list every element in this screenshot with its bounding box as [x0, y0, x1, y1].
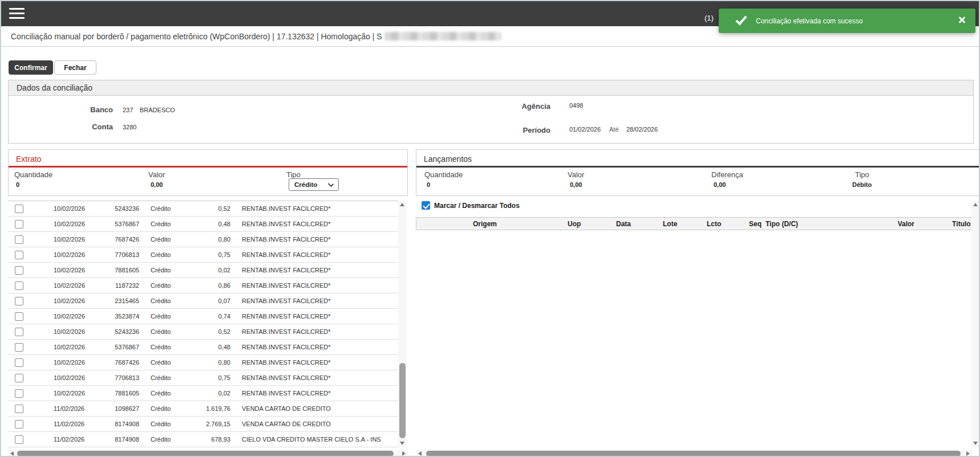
extrato-row-tipo: Crédito — [139, 355, 193, 370]
lanc-quantidade-label: Quantidade — [424, 170, 463, 179]
extrato-row[interactable]: 10/02/2026 5243236 Crédito 0,52 RENTAB.I… — [8, 324, 398, 340]
extrato-row-tipo: Crédito — [139, 401, 193, 417]
extrato-row[interactable]: 10/02/2026 5376867 Crédito 0,48 RENTAB.I… — [8, 217, 398, 232]
extrato-row-desc: RENTAB.INVEST FACILCRED* — [230, 232, 398, 247]
extrato-row-check-cell — [8, 370, 54, 386]
row-checkbox[interactable] — [15, 251, 23, 259]
extrato-row-doc: 5243236 — [102, 324, 139, 340]
close-icon[interactable] — [957, 15, 966, 25]
row-checkbox[interactable] — [15, 358, 23, 367]
extrato-row-check-cell — [8, 340, 54, 355]
app-window: (1) Conciliação efetivada com sucesso Co… — [0, 0, 980, 457]
row-checkbox[interactable] — [15, 205, 23, 213]
extrato-row-valor: 0,52 — [193, 201, 230, 217]
lanc-valor-label: Valor — [568, 170, 584, 179]
scroll-up-icon[interactable] — [973, 203, 978, 206]
extrato-row-desc: RENTAB.INVEST FACILCRED* — [230, 201, 398, 217]
lancamentos-title: Lançamentos — [416, 150, 979, 164]
scroll-right-icon[interactable] — [966, 451, 970, 456]
extrato-row-date: 10/02/2026 — [54, 232, 102, 247]
extrato-row-desc: CIELO VDA CREDITO MASTER CIELO S.A - INS — [230, 432, 398, 447]
row-checkbox[interactable] — [15, 435, 23, 444]
extrato-row[interactable]: 10/02/2026 2315465 Crédito 0,07 RENTAB.I… — [8, 293, 398, 309]
scroll-down-icon[interactable] — [973, 442, 978, 445]
col-uop: Uop — [568, 220, 581, 228]
banco-code: 237 — [123, 107, 133, 113]
banco-name: BRADESCO — [140, 107, 175, 113]
row-checkbox[interactable] — [15, 266, 23, 275]
extrato-row[interactable]: 11/02/2026 8174908 Crédito 2.769,15 VEND… — [8, 417, 398, 432]
toast-message: Conciliação efetivada com sucesso — [756, 17, 862, 25]
scroll-left-icon[interactable] — [10, 451, 14, 456]
extrato-row-valor: 1.619,76 — [193, 401, 230, 417]
extrato-title: Extrato — [9, 150, 407, 164]
extrato-hscroll-thumb[interactable] — [17, 451, 394, 456]
extrato-row-tipo: Crédito — [139, 263, 193, 278]
extrato-row[interactable]: 10/02/2026 7706813 Crédito 0,75 RENTAB.I… — [8, 370, 398, 386]
col-seq: Seq — [749, 220, 762, 228]
extrato-row[interactable]: 10/02/2026 7687426 Crédito 0,80 RENTAB.I… — [8, 355, 398, 370]
agencia-label: Agência — [496, 102, 550, 111]
extrato-row-date: 10/02/2026 — [54, 293, 102, 309]
extrato-row-date: 10/02/2026 — [54, 324, 102, 340]
extrato-row-doc: 5376867 — [102, 217, 139, 232]
extrato-table: 10/02/2026 5243236 Crédito 0,52 RENTAB.I… — [8, 201, 398, 447]
extrato-row[interactable]: 11/02/2026 1098627 Crédito 1.619,76 VEND… — [8, 401, 398, 417]
extrato-row-doc: 7881605 — [102, 263, 139, 278]
row-checkbox[interactable] — [15, 420, 23, 429]
extrato-row-check-cell — [8, 247, 54, 263]
extrato-row-doc: 1098627 — [102, 401, 139, 417]
scroll-up-icon[interactable] — [400, 203, 404, 206]
extrato-horizontal-scrollbar[interactable] — [8, 450, 408, 457]
extrato-row[interactable]: 10/02/2026 7706813 Crédito 0,75 RENTAB.I… — [8, 247, 398, 263]
row-checkbox[interactable] — [15, 328, 23, 336]
extrato-row[interactable]: 10/02/2026 7687426 Crédito 0,80 RENTAB.I… — [8, 232, 398, 247]
scroll-right-icon[interactable] — [402, 451, 406, 456]
extrato-vertical-scrollbar[interactable] — [398, 201, 407, 447]
extrato-row-desc: RENTAB.INVEST FACILCRED* — [230, 293, 398, 309]
row-checkbox[interactable] — [15, 343, 23, 352]
row-checkbox[interactable] — [15, 235, 23, 244]
periodo-ate-label: Até — [609, 126, 619, 133]
lancamentos-hscroll-thumb[interactable] — [426, 451, 961, 456]
extrato-row[interactable]: 10/02/2026 1187232 Crédito 0,86 RENTAB.I… — [8, 278, 398, 293]
extrato-row[interactable]: 11/02/2026 8174908 Crédito 678,93 CIELO … — [8, 432, 398, 447]
row-checkbox[interactable] — [15, 281, 23, 290]
row-checkbox[interactable] — [15, 405, 23, 413]
extrato-row[interactable]: 10/02/2026 7881605 Crédito 0,02 RENTAB.I… — [8, 263, 398, 278]
close-button[interactable]: Fechar — [54, 60, 96, 75]
hamburger-menu-icon[interactable] — [9, 8, 25, 22]
extrato-vscroll-thumb[interactable] — [399, 363, 406, 438]
extrato-row[interactable]: 10/02/2026 3523874 Crédito 0,74 RENTAB.I… — [8, 309, 398, 324]
chevron-down-icon — [328, 181, 334, 187]
row-checkbox[interactable] — [15, 312, 23, 321]
extrato-row-doc: 7706813 — [102, 370, 139, 386]
periodo-end: 28/02/2026 — [626, 126, 658, 133]
select-all-checkbox[interactable] — [422, 201, 430, 210]
tipo-select[interactable]: Crédito — [289, 178, 339, 191]
scroll-down-icon[interactable] — [400, 442, 404, 445]
scroll-left-icon[interactable] — [418, 451, 422, 456]
extrato-row[interactable]: 10/02/2026 5376867 Crédito 0,48 RENTAB.I… — [8, 340, 398, 355]
confirm-button[interactable]: Confirmar — [9, 60, 53, 75]
row-checkbox[interactable] — [15, 389, 23, 398]
extrato-row[interactable]: 10/02/2026 5243236 Crédito 0,52 RENTAB.I… — [8, 201, 398, 217]
extrato-row-check-cell — [8, 324, 54, 340]
row-checkbox[interactable] — [15, 220, 23, 228]
extrato-row[interactable]: 10/02/2026 7881605 Crédito 0,02 RENTAB.I… — [8, 386, 398, 401]
select-all-row: Marcar / Desmarcar Todos — [422, 201, 520, 210]
check-icon — [735, 13, 747, 25]
extrato-row-valor: 0,48 — [193, 340, 230, 355]
extrato-row-doc: 7881605 — [102, 386, 139, 401]
extrato-row-doc: 8174908 — [102, 417, 139, 432]
extrato-row-desc: VENDA CARTAO DE CREDITO — [230, 417, 398, 432]
row-checkbox[interactable] — [15, 374, 23, 382]
lancamentos-horizontal-scrollbar[interactable] — [416, 450, 972, 457]
extrato-row-check-cell — [8, 201, 54, 217]
conciliation-section-title: Dados da conciliação — [9, 80, 973, 96]
extrato-row-tipo: Crédito — [139, 278, 193, 293]
row-checkbox[interactable] — [15, 297, 23, 305]
lancamentos-vertical-scrollbar[interactable] — [971, 201, 980, 447]
extrato-row-tipo: Crédito — [139, 201, 193, 217]
banco-label: Banco — [59, 105, 113, 114]
